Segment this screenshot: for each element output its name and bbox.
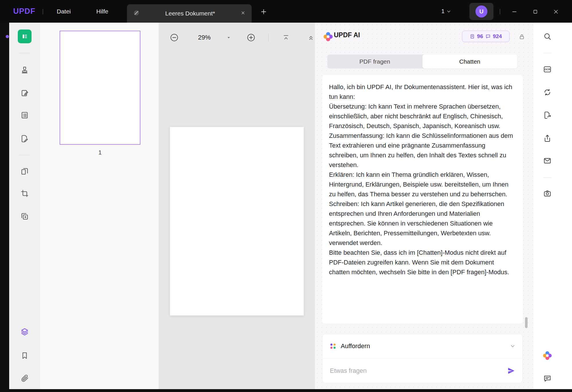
menu-datei[interactable]: Datei bbox=[57, 0, 71, 23]
minimize-button[interactable] bbox=[511, 9, 518, 15]
sidebar-divider bbox=[19, 53, 30, 53]
view-only-icon bbox=[133, 9, 140, 18]
feedback-icon bbox=[543, 374, 552, 383]
ai-quota-badge[interactable]: 96 924 bbox=[462, 31, 510, 42]
comment-tool-button[interactable] bbox=[20, 89, 29, 97]
page-refresh-icon bbox=[543, 111, 552, 119]
lock-icon bbox=[518, 33, 526, 40]
collapse-panel-button[interactable] bbox=[307, 34, 315, 42]
edit-page-tool-button[interactable] bbox=[20, 134, 29, 143]
titlebar-divider: | bbox=[499, 0, 501, 23]
message-paragraph: Schreiben: Ich kann Artikel generieren, … bbox=[329, 199, 516, 248]
screenshot-button[interactable] bbox=[543, 189, 552, 198]
compress-page-button[interactable] bbox=[543, 111, 552, 119]
titlebar: UPDF | Datei Hilfe Leeres Dokument* bbox=[0, 0, 572, 23]
updf-ai-logo-icon bbox=[323, 32, 333, 42]
search-button[interactable] bbox=[543, 32, 552, 41]
pages-quota-count: 96 bbox=[477, 33, 483, 40]
chat-scrollbar-thumb[interactable] bbox=[525, 317, 528, 328]
reader-icon bbox=[21, 32, 29, 40]
page-number-label: 1 bbox=[60, 149, 140, 156]
convert-button[interactable] bbox=[543, 88, 552, 97]
document-page[interactable] bbox=[170, 127, 304, 315]
toolbar-divider bbox=[543, 53, 552, 53]
zoom-out-button[interactable] bbox=[170, 33, 179, 42]
panel-collapse-dot[interactable] bbox=[6, 35, 9, 38]
email-button[interactable] bbox=[543, 156, 552, 165]
search-icon bbox=[543, 32, 552, 41]
edit-pen-icon bbox=[20, 89, 29, 97]
titlebar-divider: | bbox=[42, 0, 44, 23]
bookmark-icon bbox=[20, 351, 29, 360]
account-button[interactable]: U bbox=[469, 3, 493, 20]
message-paragraph: Erklären: Ich kann ein Thema gründlich e… bbox=[329, 170, 516, 199]
zoom-dropdown-caret[interactable] bbox=[226, 35, 231, 40]
message-paragraph: Übersetzung: Ich kann Text in mehrere Sp… bbox=[329, 102, 516, 131]
ai-panel-title: UPDF AI bbox=[334, 31, 360, 39]
convert-icon bbox=[543, 88, 552, 97]
share-icon bbox=[543, 134, 552, 143]
page-thumbnail[interactable] bbox=[60, 31, 140, 145]
maximize-button[interactable] bbox=[532, 9, 538, 15]
ask-row bbox=[322, 358, 522, 383]
pages-quota-icon bbox=[470, 34, 475, 39]
menu-hilfe[interactable]: Hilfe bbox=[96, 0, 108, 23]
toolbar-divider bbox=[269, 34, 269, 42]
chevron-down-icon bbox=[446, 9, 451, 14]
feedback-button[interactable] bbox=[543, 374, 552, 383]
extract-pages-button[interactable] bbox=[20, 212, 29, 221]
updf-ai-panel: UPDF AI 96 924 PDF fragen Chatten Hallo,… bbox=[315, 23, 533, 389]
prompt-dots-icon bbox=[329, 342, 337, 350]
organize-pages-icon bbox=[20, 167, 29, 176]
ai-mode-tabs: PDF fragen Chatten bbox=[327, 54, 517, 68]
share-button[interactable] bbox=[543, 134, 552, 143]
tab-chatten[interactable]: Chatten bbox=[422, 54, 518, 68]
close-window-button[interactable] bbox=[553, 9, 559, 15]
ai-welcome-message: Hallo, ich bin UPDF AI, Ihr Dokumentenas… bbox=[322, 75, 523, 324]
document-canvas: 29% bbox=[159, 23, 315, 389]
highlighter-icon bbox=[20, 66, 29, 74]
ocr-button[interactable]: OCR bbox=[543, 65, 552, 74]
organize-pages-button[interactable] bbox=[20, 167, 29, 176]
prompt-selector[interactable]: Auffordern bbox=[322, 334, 522, 358]
ai-flower-icon bbox=[542, 351, 552, 360]
attachments-panel-button[interactable] bbox=[20, 374, 29, 383]
scroll-to-top-button[interactable] bbox=[282, 34, 290, 42]
svg-text:OCR: OCR bbox=[544, 68, 551, 71]
paperclip-icon bbox=[20, 374, 29, 383]
zoom-in-button[interactable] bbox=[247, 33, 255, 42]
layers-panel-button[interactable] bbox=[20, 327, 29, 336]
new-tab-button[interactable] bbox=[260, 8, 267, 15]
form-tool-button[interactable] bbox=[20, 111, 29, 119]
prompt-box: Auffordern bbox=[322, 334, 523, 383]
tab-pdf-fragen[interactable]: PDF fragen bbox=[327, 54, 422, 68]
updf-app-window: UPDF | Datei Hilfe Leeres Dokument* bbox=[0, 0, 572, 392]
chats-quota-count: 924 bbox=[493, 33, 502, 40]
reader-mode-button[interactable] bbox=[18, 30, 32, 43]
annotate-tool-button[interactable] bbox=[20, 66, 29, 74]
tool-sidebar bbox=[9, 23, 40, 389]
updf-logo: UPDF bbox=[13, 0, 36, 23]
crop-tool-button[interactable] bbox=[20, 189, 29, 198]
bookmarks-panel-button[interactable] bbox=[20, 351, 29, 360]
ai-assistant-button[interactable] bbox=[542, 351, 552, 360]
form-icon bbox=[20, 111, 29, 119]
chevron-down-icon bbox=[510, 343, 516, 349]
notification-dropdown[interactable]: 1 bbox=[441, 0, 451, 23]
crop-icon bbox=[20, 189, 29, 198]
notification-count: 1 bbox=[441, 8, 444, 15]
mail-icon bbox=[543, 156, 552, 165]
page-edit-icon bbox=[20, 134, 29, 143]
ai-lock-button[interactable] bbox=[518, 33, 526, 40]
thumbnail-panel: 1 bbox=[40, 23, 159, 389]
document-tab[interactable]: Leeres Dokument* bbox=[127, 4, 252, 23]
ask-input[interactable] bbox=[329, 367, 503, 375]
avatar: U bbox=[475, 5, 487, 17]
tab-close-icon[interactable] bbox=[240, 10, 246, 17]
send-icon[interactable] bbox=[507, 366, 516, 375]
message-paragraph: Bitte beachten Sie, dass ich im [Chatten… bbox=[329, 248, 516, 277]
chats-quota-icon bbox=[485, 34, 491, 39]
message-paragraph: Hallo, ich bin UPDF AI, Ihr Dokumentenas… bbox=[329, 82, 516, 102]
ocr-icon: OCR bbox=[543, 65, 552, 74]
zoom-level: 29% bbox=[198, 34, 211, 41]
